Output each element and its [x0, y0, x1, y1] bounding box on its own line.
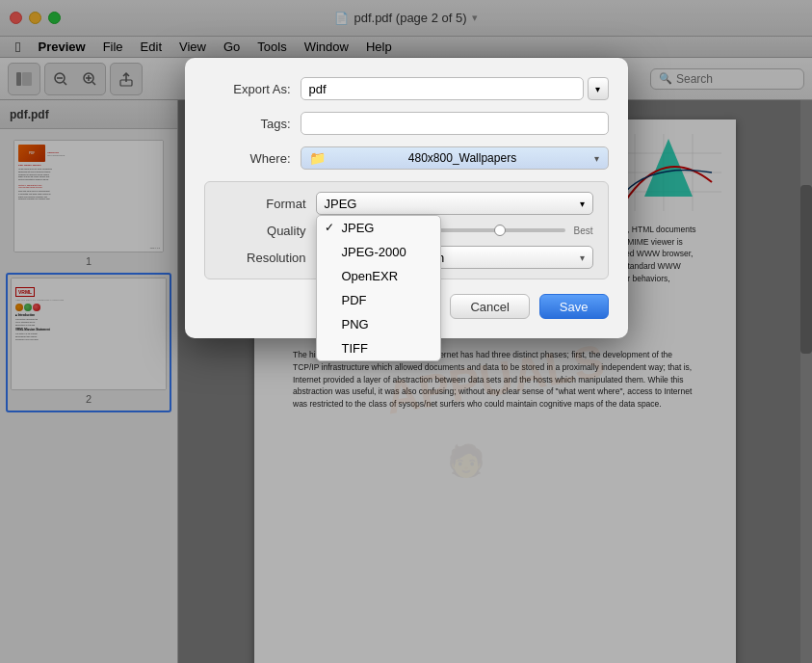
where-chevron-icon: ▾ — [594, 153, 599, 164]
format-section: Format JPEG ▾ JPEG JPEG-2000 OpenEXR PDF… — [204, 181, 609, 279]
where-select[interactable]: 📁 480x800_Wallpapers ▾ — [301, 146, 609, 170]
resolution-label: Resolution — [220, 251, 306, 265]
tags-label: Tags: — [204, 117, 291, 131]
dropdown-item-tiff[interactable]: TIFF — [317, 336, 440, 360]
format-select-btn[interactable]: JPEG ▾ — [316, 192, 593, 215]
quality-label: Quality — [220, 224, 306, 238]
dropdown-item-openexr[interactable]: OpenEXR — [317, 264, 440, 288]
dropdown-item-jpeg2000[interactable]: JPEG-2000 — [317, 240, 440, 264]
format-chevron-icon: ▾ — [580, 199, 585, 209]
export-as-row: Export As: ▾ — [204, 77, 609, 100]
quality-slider-thumb[interactable] — [494, 225, 506, 236]
export-as-input[interactable] — [301, 77, 584, 100]
export-as-label: Export As: — [204, 82, 291, 96]
save-button[interactable]: Save — [539, 294, 609, 319]
dropdown-item-pdf[interactable]: PDF — [317, 288, 440, 312]
format-label: Format — [220, 197, 306, 211]
dropdown-item-jpeg[interactable]: JPEG — [317, 216, 440, 240]
format-row: Format JPEG ▾ JPEG JPEG-2000 OpenEXR PDF… — [220, 192, 593, 215]
quality-high-label: Best — [573, 225, 592, 236]
where-label: Where: — [204, 151, 291, 166]
where-row: Where: 📁 480x800_Wallpapers ▾ — [204, 146, 609, 170]
format-select-wrapper: JPEG ▾ JPEG JPEG-2000 OpenEXR PDF PNG TI… — [316, 192, 593, 215]
tags-row: Tags: — [204, 112, 609, 135]
folder-icon: 📁 — [309, 150, 326, 166]
dropdown-item-png[interactable]: PNG — [317, 312, 440, 336]
format-selected-value: JPEG — [325, 197, 357, 211]
export-modal: Export As: ▾ Tags: Where: 📁 480x800_Wall… — [185, 58, 628, 338]
where-value: 480x800_Wallpapers — [408, 151, 516, 165]
cancel-button[interactable]: Cancel — [450, 294, 529, 319]
export-as-dropdown-btn[interactable]: ▾ — [588, 77, 609, 100]
resolution-chevron-icon: ▾ — [580, 252, 585, 263]
modal-overlay: Export As: ▾ Tags: Where: 📁 480x800_Wall… — [0, 0, 812, 663]
tags-input[interactable] — [301, 112, 609, 135]
format-dropdown-menu: JPEG JPEG-2000 OpenEXR PDF PNG TIFF — [316, 215, 441, 361]
